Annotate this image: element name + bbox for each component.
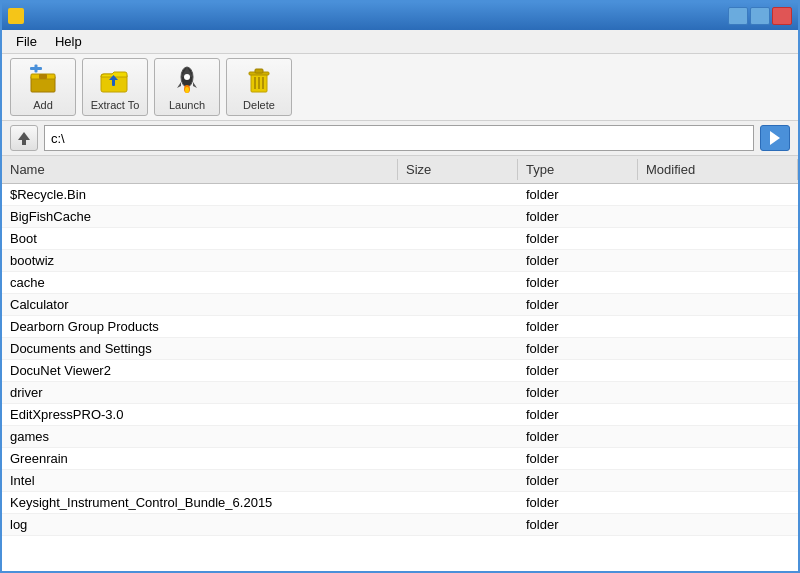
table-row[interactable]: driverfolder bbox=[2, 382, 798, 404]
file-list-wrapper: Name Size Type Modified $Recycle.Binfold… bbox=[2, 156, 798, 571]
file-modified-cell bbox=[638, 338, 798, 359]
delete-button[interactable]: Delete bbox=[226, 58, 292, 116]
svg-rect-17 bbox=[255, 69, 263, 73]
svg-rect-4 bbox=[35, 64, 38, 72]
close-button[interactable] bbox=[772, 7, 792, 25]
file-name-cell: log bbox=[2, 514, 398, 535]
table-row[interactable]: Calculatorfolder bbox=[2, 294, 798, 316]
address-input[interactable] bbox=[44, 125, 754, 151]
file-modified-cell bbox=[638, 294, 798, 315]
table-row[interactable]: logfolder bbox=[2, 514, 798, 536]
file-name-cell: Intel bbox=[2, 470, 398, 491]
extract-label: Extract To bbox=[91, 99, 140, 111]
title-bar bbox=[2, 2, 798, 30]
file-name-cell: cache bbox=[2, 272, 398, 293]
launch-label: Launch bbox=[169, 99, 205, 111]
menu-help[interactable]: Help bbox=[47, 32, 90, 51]
file-name-cell: Calculator bbox=[2, 294, 398, 315]
file-size-cell bbox=[398, 404, 518, 425]
file-size-cell bbox=[398, 184, 518, 205]
add-button[interactable]: Add bbox=[10, 58, 76, 116]
launch-button[interactable]: Launch bbox=[154, 58, 220, 116]
menu-bar: File Help bbox=[2, 30, 798, 54]
svg-marker-10 bbox=[177, 82, 181, 88]
file-type-cell: folder bbox=[518, 184, 638, 205]
file-type-cell: folder bbox=[518, 206, 638, 227]
file-modified-cell bbox=[638, 492, 798, 513]
file-size-cell bbox=[398, 448, 518, 469]
file-type-cell: folder bbox=[518, 338, 638, 359]
file-modified-cell bbox=[638, 404, 798, 425]
column-name[interactable]: Name bbox=[2, 159, 398, 180]
svg-marker-21 bbox=[18, 132, 30, 140]
file-name-cell: Keysight_Instrument_Control_Bundle_6.201… bbox=[2, 492, 398, 513]
file-size-cell bbox=[398, 514, 518, 535]
menu-file[interactable]: File bbox=[8, 32, 45, 51]
file-size-cell bbox=[398, 470, 518, 491]
file-type-cell: folder bbox=[518, 294, 638, 315]
file-name-cell: $Recycle.Bin bbox=[2, 184, 398, 205]
table-row[interactable]: Greenrainfolder bbox=[2, 448, 798, 470]
file-type-cell: folder bbox=[518, 360, 638, 381]
table-row[interactable]: Dearborn Group Productsfolder bbox=[2, 316, 798, 338]
column-type[interactable]: Type bbox=[518, 159, 638, 180]
file-size-cell bbox=[398, 492, 518, 513]
file-modified-cell bbox=[638, 228, 798, 249]
file-name-cell: DocuNet Viewer2 bbox=[2, 360, 398, 381]
table-row[interactable]: cachefolder bbox=[2, 272, 798, 294]
file-size-cell bbox=[398, 316, 518, 337]
maximize-button[interactable] bbox=[750, 7, 770, 25]
file-modified-cell bbox=[638, 250, 798, 271]
table-row[interactable]: Keysight_Instrument_Control_Bundle_6.201… bbox=[2, 492, 798, 514]
up-button[interactable] bbox=[10, 125, 38, 151]
table-row[interactable]: gamesfolder bbox=[2, 426, 798, 448]
column-size[interactable]: Size bbox=[398, 159, 518, 180]
file-type-cell: folder bbox=[518, 448, 638, 469]
table-row[interactable]: DocuNet Viewer2folder bbox=[2, 360, 798, 382]
file-type-cell: folder bbox=[518, 228, 638, 249]
file-name-cell: games bbox=[2, 426, 398, 447]
file-modified-cell bbox=[638, 316, 798, 337]
file-name-cell: EditXpressPRO-3.0 bbox=[2, 404, 398, 425]
delete-icon bbox=[243, 64, 275, 96]
table-row[interactable]: Intelfolder bbox=[2, 470, 798, 492]
table-row[interactable]: Bootfolder bbox=[2, 228, 798, 250]
column-modified[interactable]: Modified bbox=[638, 159, 798, 180]
file-list-body[interactable]: $Recycle.BinfolderBigFishCachefolderBoot… bbox=[2, 184, 798, 571]
file-name-cell: bootwiz bbox=[2, 250, 398, 271]
table-row[interactable]: $Recycle.Binfolder bbox=[2, 184, 798, 206]
file-name-cell: Documents and Settings bbox=[2, 338, 398, 359]
launch-icon bbox=[171, 64, 203, 96]
table-row[interactable]: BigFishCachefolder bbox=[2, 206, 798, 228]
table-row[interactable]: Documents and Settingsfolder bbox=[2, 338, 798, 360]
file-size-cell bbox=[398, 250, 518, 271]
go-button[interactable] bbox=[760, 125, 790, 151]
file-modified-cell bbox=[638, 360, 798, 381]
extract-icon bbox=[99, 64, 131, 96]
file-type-cell: folder bbox=[518, 514, 638, 535]
svg-rect-2 bbox=[39, 74, 47, 79]
file-type-cell: folder bbox=[518, 250, 638, 271]
file-type-cell: folder bbox=[518, 272, 638, 293]
svg-rect-22 bbox=[22, 140, 26, 145]
main-window: File Help Add bbox=[0, 0, 800, 573]
address-bar bbox=[2, 121, 798, 156]
file-type-cell: folder bbox=[518, 470, 638, 491]
file-name-cell: Boot bbox=[2, 228, 398, 249]
file-type-cell: folder bbox=[518, 426, 638, 447]
table-row[interactable]: EditXpressPRO-3.0folder bbox=[2, 404, 798, 426]
file-size-cell bbox=[398, 228, 518, 249]
file-name-cell: driver bbox=[2, 382, 398, 403]
file-list-container: Name Size Type Modified $Recycle.Binfold… bbox=[2, 156, 798, 571]
file-size-cell bbox=[398, 382, 518, 403]
file-modified-cell bbox=[638, 206, 798, 227]
file-type-cell: folder bbox=[518, 382, 638, 403]
table-row[interactable]: bootwizfolder bbox=[2, 250, 798, 272]
svg-point-12 bbox=[184, 74, 190, 80]
file-modified-cell bbox=[638, 382, 798, 403]
file-size-cell bbox=[398, 426, 518, 447]
title-controls bbox=[728, 7, 792, 25]
title-bar-left bbox=[8, 8, 30, 24]
minimize-button[interactable] bbox=[728, 7, 748, 25]
extract-button[interactable]: Extract To bbox=[82, 58, 148, 116]
